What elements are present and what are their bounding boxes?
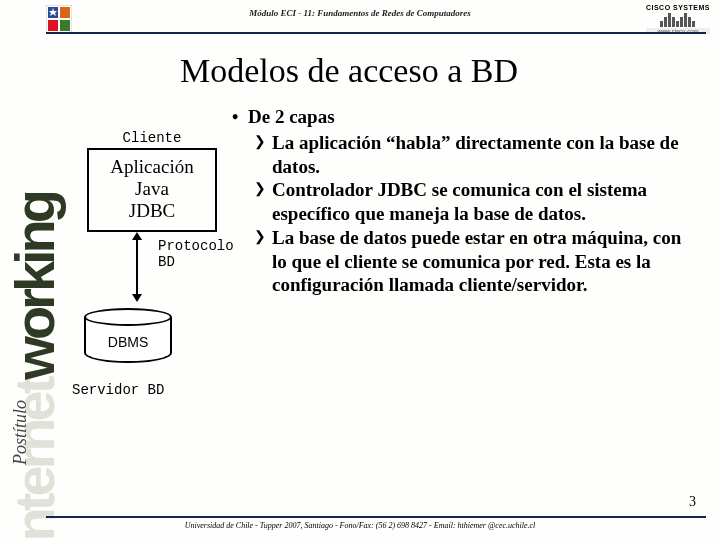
arrow-up-icon (132, 232, 142, 240)
footer-divider (46, 516, 706, 518)
dbms-label: DBMS (108, 334, 148, 350)
arrow-down-icon (132, 294, 142, 302)
app-line: Java (89, 178, 215, 200)
bullet-heading: De 2 capas (232, 105, 700, 129)
side-band: internetworking Postítulo (4, 35, 44, 515)
svg-rect-4 (60, 20, 70, 31)
app-line: Aplicación (89, 156, 215, 178)
sub-bullet: Controlador JDBC se comunica con el sist… (232, 178, 700, 226)
content-body: De 2 capas La aplicación “habla” directa… (232, 105, 700, 297)
side-wordmark: internetworking (2, 193, 67, 540)
application-box: Aplicación Java JDBC (87, 148, 217, 232)
protocol-label-1: Protocolo BD (158, 238, 234, 270)
sub-bullet: La base de datos puede estar en otra máq… (232, 226, 700, 297)
slide: CISCO SYSTEMS www.cisco.com Módulo ECI -… (0, 0, 720, 540)
client-label: Cliente (72, 130, 232, 146)
sub-bullet: La aplicación “habla” directamente con l… (232, 131, 700, 179)
footer-text: Universidad de Chile - Tupper 2007, Sant… (0, 521, 720, 530)
arrow-shaft (136, 240, 138, 294)
postitulo-label: Postítulo (10, 400, 31, 465)
database-cylinder-icon: DBMS (84, 308, 172, 368)
two-tier-diagram: Cliente Aplicación Java JDBC Protocolo B… (72, 130, 232, 398)
slide-title: Modelos de acceso a BD (180, 52, 518, 90)
module-header: Módulo ECI - 11: Fundamentos de Redes de… (0, 8, 720, 18)
server-label: Servidor BD (72, 382, 232, 398)
svg-rect-3 (48, 20, 58, 31)
header-divider (46, 32, 706, 34)
app-line: JDBC (89, 200, 215, 222)
page-number: 3 (689, 494, 696, 510)
